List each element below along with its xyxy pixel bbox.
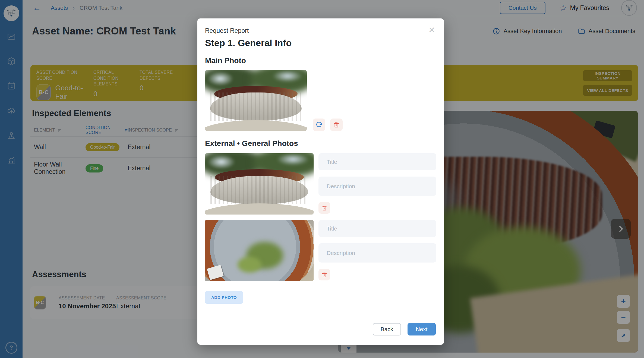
delete-main-photo-button[interactable] bbox=[330, 119, 343, 131]
photo-row bbox=[205, 153, 436, 215]
delete-photo-button[interactable] bbox=[318, 269, 330, 280]
general-photos-title: External • General Photos bbox=[205, 139, 436, 148]
photo-description-input[interactable] bbox=[318, 243, 436, 263]
refresh-icon bbox=[315, 121, 323, 128]
photo-title-input[interactable] bbox=[318, 220, 436, 237]
main-photo-title: Main Photo bbox=[205, 56, 436, 65]
photo-thumbnail[interactable] bbox=[205, 220, 314, 281]
main-photo-thumbnail[interactable] bbox=[205, 70, 307, 131]
photo-fields bbox=[318, 220, 436, 280]
replace-photo-button[interactable] bbox=[313, 119, 325, 131]
modal-footer: Back Next bbox=[373, 323, 436, 335]
photo-row bbox=[205, 220, 436, 281]
close-icon[interactable]: ✕ bbox=[427, 25, 436, 35]
photo-thumbnail[interactable] bbox=[205, 153, 314, 215]
request-report-modal: ✕ Request Report Step 1. General Info Ma… bbox=[197, 18, 444, 345]
delete-photo-button[interactable] bbox=[318, 202, 330, 214]
modal-eyebrow: Request Report bbox=[205, 27, 436, 34]
trash-icon bbox=[333, 122, 340, 128]
trash-icon bbox=[321, 205, 327, 211]
photo-fields bbox=[318, 153, 436, 214]
add-photo-button[interactable]: ADD PHOTO bbox=[205, 291, 243, 304]
modal-title: Step 1. General Info bbox=[205, 38, 436, 48]
photo-title-input[interactable] bbox=[318, 153, 436, 170]
next-button[interactable]: Next bbox=[408, 323, 436, 335]
photo-description-input[interactable] bbox=[318, 177, 436, 196]
app-canvas: ? ← Assets › CROM Test Tank Contact Us ☆… bbox=[0, 0, 644, 358]
back-button[interactable]: Back bbox=[373, 323, 401, 335]
trash-icon bbox=[321, 272, 327, 278]
main-photo-row bbox=[205, 70, 436, 131]
